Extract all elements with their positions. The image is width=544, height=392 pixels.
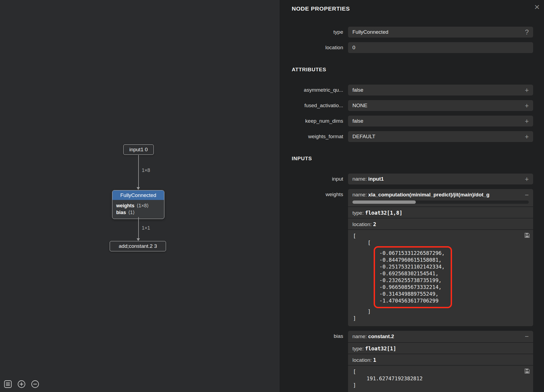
attribute-label: keep_num_dims [280, 116, 348, 126]
section-heading-attributes: ATTRIBUTES [280, 67, 533, 73]
field-label-location: location [280, 42, 348, 53]
graph-node-input1-label: input1 0 [129, 147, 148, 152]
weights-type: float32[1,8] [365, 210, 402, 216]
field-value-location[interactable]: 0 [348, 42, 533, 53]
section-heading-inputs: INPUTS [280, 156, 533, 162]
bracket-close-outer: ] [353, 315, 529, 322]
weights-location-row: location: 2 [348, 218, 533, 229]
edge-arrowhead-icon [137, 187, 140, 190]
highlight-red-box: -0.06715331226587296, -0.844796061515808… [374, 246, 452, 308]
attribute-row: fused_activatio... NONE + [280, 100, 533, 111]
edge-label-1x1: 1×1 [142, 225, 150, 231]
field-label-type: type [280, 27, 348, 38]
graph-node-fullyconnected-body: weights⟨1×8⟩ bias⟨1⟩ [112, 200, 164, 219]
collapse-icon[interactable]: − [525, 191, 529, 198]
zoom-out-button[interactable] [30, 379, 40, 389]
zoom-in-icon [17, 379, 26, 389]
add-icon[interactable]: + [525, 100, 529, 111]
location-prefix: location: [352, 221, 373, 227]
attribute-row: asymmetric_qu... false + [280, 85, 533, 95]
name-prefix: name: [352, 334, 368, 339]
add-icon[interactable]: + [525, 116, 529, 126]
weight-value: -0.314349889755249, [379, 291, 445, 297]
graph-node-add-constant[interactable]: add;constant.2 3 [110, 241, 166, 251]
panel-title: NODE PROPERTIES [280, 5, 533, 12]
field-value-type[interactable]: FullyConnected ? [348, 27, 533, 38]
zoom-in-button[interactable] [16, 379, 27, 389]
app-root: input1 0 1×8 FullyConnected weights⟨1×8⟩… [0, 0, 544, 392]
bracket-close: ] [353, 382, 529, 389]
weights-name-row[interactable]: name: xla_computation(minimal_predict)/j… [348, 189, 533, 206]
bias-value: 191.62747192382812 [367, 375, 529, 382]
horizontal-scrollbar[interactable] [352, 200, 529, 204]
input-value[interactable]: name: input1 + [348, 174, 533, 184]
bias-location-row: location: 1 [348, 354, 533, 365]
weight-value: -0.06715331226587296, [379, 250, 445, 257]
bracket-open-inner: [ [368, 239, 529, 246]
bias-values-block: [ 191.62747192382812 ] [348, 365, 533, 392]
weights-label: weights [280, 189, 348, 200]
bias-label: bias [280, 331, 348, 342]
weights-type-row: type: float32[1,8] [348, 206, 533, 218]
bracket-close-inner: ] [368, 308, 529, 315]
bias-row: bias name: constant.2 − type: float32[1]… [280, 331, 533, 392]
bias-location: 1 [373, 357, 376, 363]
weights-values-block: [ [ -0.06715331226587296, -0.84479606151… [348, 229, 533, 326]
edge-input-to-fc [138, 155, 139, 187]
bias-name-row[interactable]: name: constant.2 − [348, 331, 533, 342]
layer-list-button[interactable] [3, 379, 13, 389]
weights-row: weights name: xla_computation(minimal_pr… [280, 189, 533, 326]
attribute-value[interactable]: false + [348, 116, 533, 126]
weight-value: -0.692568302154541, [379, 270, 445, 277]
canvas-toolbar [3, 379, 40, 389]
weight-value: -0.2326255738735199, [379, 277, 445, 284]
add-icon[interactable]: + [525, 85, 529, 95]
add-icon[interactable]: + [525, 131, 529, 142]
edge-fc-to-add [138, 217, 139, 238]
weight-value: -0.25175321102142334, [379, 263, 445, 270]
name-prefix: name: [352, 176, 368, 182]
weight-value: -0.9665085673332214, [379, 284, 445, 291]
node-properties-panel: NODE PROPERTIES × type FullyConnected ? … [280, 0, 544, 392]
attribute-value[interactable]: NONE + [348, 100, 533, 111]
graph-node-input1[interactable]: input1 0 [123, 144, 154, 155]
type-prefix: type: [352, 346, 365, 351]
collapse-icon[interactable]: − [525, 331, 529, 342]
fc-param-bias: bias⟨1⟩ [116, 209, 160, 216]
attribute-value[interactable]: false + [348, 85, 533, 95]
graph-node-fullyconnected-title: FullyConnected [112, 190, 164, 200]
attribute-label: asymmetric_qu... [280, 85, 348, 95]
input-row: input name: input1 + [280, 174, 533, 184]
attribute-label: weights_format [280, 131, 348, 142]
location-prefix: location: [352, 357, 373, 363]
weights-location: 2 [373, 221, 376, 227]
field-row-type: type FullyConnected ? [280, 27, 533, 38]
save-icon[interactable] [524, 233, 530, 239]
close-icon[interactable]: × [534, 2, 540, 11]
name-prefix: name: [352, 192, 368, 197]
bias-group: name: constant.2 − type: float32[1] loca… [348, 331, 533, 392]
field-row-location: location 0 [280, 42, 533, 53]
weight-value: -0.8447960615158081, [379, 257, 445, 263]
weight-value: -1.4704563617706299 [379, 297, 445, 304]
scrollbar-thumb[interactable] [352, 200, 416, 204]
edge-label-1x8: 1×8 [142, 168, 150, 173]
weights-name: xla_computation(minimal_predict)/jit(mai… [368, 192, 490, 197]
bias-type: float32[1] [365, 345, 396, 351]
help-icon[interactable]: ? [525, 27, 529, 38]
attribute-label: fused_activatio... [280, 100, 348, 111]
attribute-row: keep_num_dims false + [280, 116, 533, 126]
list-icon [3, 379, 13, 389]
edge-arrowhead-icon [137, 238, 140, 241]
weights-group: name: xla_computation(minimal_predict)/j… [348, 189, 533, 326]
add-icon[interactable]: + [525, 174, 529, 184]
graph-canvas[interactable]: input1 0 1×8 FullyConnected weights⟨1×8⟩… [0, 0, 280, 392]
bias-type-row: type: float32[1] [348, 342, 533, 354]
input-name: input1 [368, 176, 384, 182]
save-icon[interactable] [524, 368, 530, 375]
graph-node-fullyconnected[interactable]: FullyConnected weights⟨1×8⟩ bias⟨1⟩ [112, 190, 164, 219]
fc-param-weights: weights⟨1×8⟩ [116, 202, 160, 209]
attribute-value[interactable]: DEFAULT + [348, 131, 533, 142]
input-label: input [280, 174, 348, 184]
zoom-out-icon [30, 379, 40, 389]
